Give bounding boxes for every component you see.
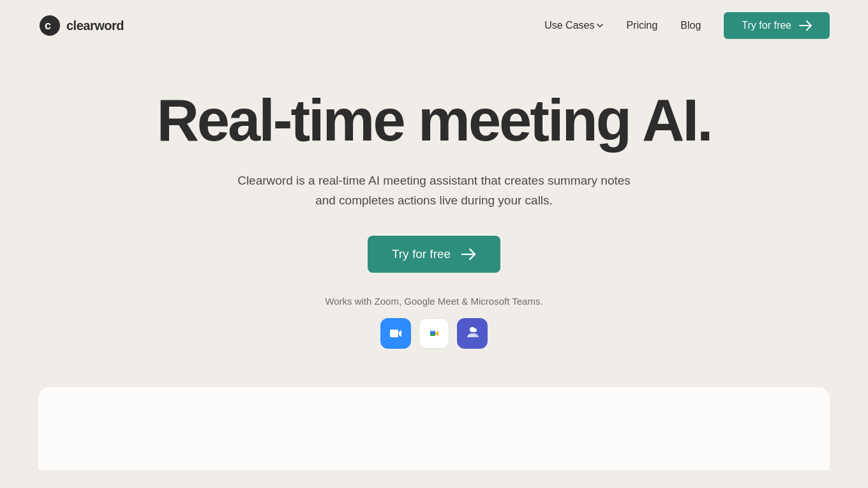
logo-text: clearword (66, 19, 124, 33)
svg-text:c: c (45, 19, 51, 32)
navbar: c clearword Use Cases Pricing Blog Try f… (0, 0, 868, 51)
nav-blog[interactable]: Blog (680, 20, 701, 31)
arrow-right-icon (461, 248, 476, 260)
nav-links: Use Cases Pricing Blog Try for free (544, 12, 830, 39)
hero-try-free-button[interactable]: Try for free (368, 236, 500, 273)
hero-section: Real-time meeting AI. Clearword is a rea… (0, 51, 868, 374)
nav-try-free-button[interactable]: Try for free (724, 12, 830, 39)
platform-icons (380, 318, 488, 349)
hero-title: Real-time meeting AI. (156, 89, 711, 151)
nav-use-cases[interactable]: Use Cases (544, 20, 603, 31)
zoom-icon (380, 318, 411, 349)
nav-pricing[interactable]: Pricing (626, 20, 657, 31)
google-meet-icon (419, 318, 449, 349)
clearword-logo-icon: c (38, 14, 61, 37)
chevron-down-icon (597, 24, 603, 27)
logo[interactable]: c clearword (38, 14, 124, 37)
bottom-preview-card (38, 387, 830, 470)
microsoft-teams-icon (457, 318, 488, 349)
works-with-text: Works with Zoom, Google Meet & Microsoft… (325, 296, 542, 307)
hero-subtitle: Clearword is a real-time AI meeting assi… (236, 171, 632, 211)
arrow-right-icon (799, 20, 812, 31)
